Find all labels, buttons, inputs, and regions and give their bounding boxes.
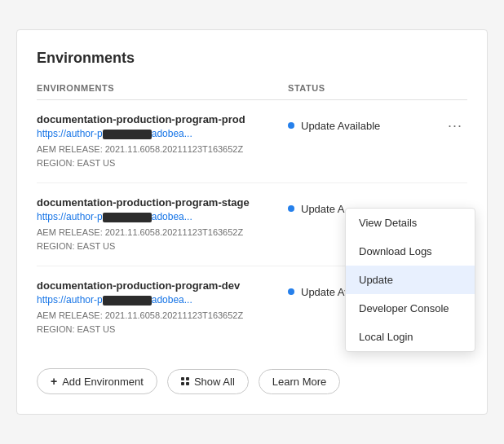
env-release: AEM RELEASE: 2021.11.6058.20211123T16365…	[37, 309, 275, 323]
dropdown-item-download-logs[interactable]: Download Logs	[346, 237, 475, 266]
dropdown-item-developer-console[interactable]: Developer Console	[346, 294, 475, 323]
dropdown-item-view-details[interactable]: View Details	[346, 209, 475, 237]
add-environment-label: Add Environment	[62, 376, 144, 388]
col-header-status: STATUS	[288, 83, 467, 93]
context-menu: View Details Download Logs Update Develo…	[345, 208, 475, 352]
env-name: documentation-production-program-prod	[37, 113, 275, 125]
status-indicator	[288, 205, 294, 212]
learn-more-label: Learn More	[272, 376, 326, 388]
more-options-button[interactable]: ···	[443, 115, 467, 136]
env-region: REGION: EAST US	[37, 240, 275, 253]
env-info: documentation-production-program-dev htt…	[37, 279, 288, 336]
env-region: REGION: EAST US	[37, 156, 275, 170]
redacted	[103, 296, 152, 306]
dropdown-item-update[interactable]: Update	[346, 266, 475, 294]
page-title: Environments	[37, 50, 467, 67]
plus-icon: +	[51, 375, 57, 388]
status-text: Update Available	[301, 120, 443, 132]
col-header-environments: ENVIRONMENTS	[37, 83, 288, 93]
environments-card: Environments ENVIRONMENTS STATUS documen…	[16, 29, 488, 415]
add-environment-button[interactable]: + Add Environment	[37, 368, 157, 394]
table-header: ENVIRONMENTS STATUS	[37, 83, 467, 100]
status-indicator	[288, 122, 294, 129]
status-indicator	[288, 288, 294, 295]
show-all-label: Show All	[194, 376, 235, 388]
card-footer: + Add Environment Show All Learn More	[37, 368, 467, 394]
redacted	[103, 213, 152, 222]
env-name: documentation-production-program-stage	[37, 196, 275, 209]
env-url[interactable]: https://author-p adobea...	[37, 294, 275, 306]
table-row: documentation-production-program-stage h…	[37, 183, 467, 266]
env-url[interactable]: https://author-p adobea...	[37, 211, 275, 222]
grid-icon	[181, 377, 189, 385]
env-release: AEM RELEASE: 2021.11.6058.20211123T16365…	[37, 143, 275, 156]
env-release: AEM RELEASE: 2021.11.6058.20211123T16365…	[37, 226, 275, 240]
table-row: documentation-production-program-prod ht…	[37, 100, 467, 183]
env-name: documentation-production-program-dev	[37, 279, 275, 292]
learn-more-button[interactable]: Learn More	[259, 369, 340, 394]
env-region: REGION: EAST US	[37, 323, 275, 336]
show-all-button[interactable]: Show All	[167, 369, 249, 394]
status-col: Update Available ···	[288, 113, 467, 136]
status-col: Update A ··· View Details Download Logs …	[288, 196, 467, 219]
grid-icon-shape	[181, 377, 189, 385]
redacted	[103, 130, 152, 139]
env-url[interactable]: https://author-p adobea...	[37, 128, 275, 139]
env-info: documentation-production-program-prod ht…	[37, 113, 288, 169]
dropdown-item-local-login[interactable]: Local Login	[346, 323, 475, 351]
env-info: documentation-production-program-stage h…	[37, 196, 288, 253]
